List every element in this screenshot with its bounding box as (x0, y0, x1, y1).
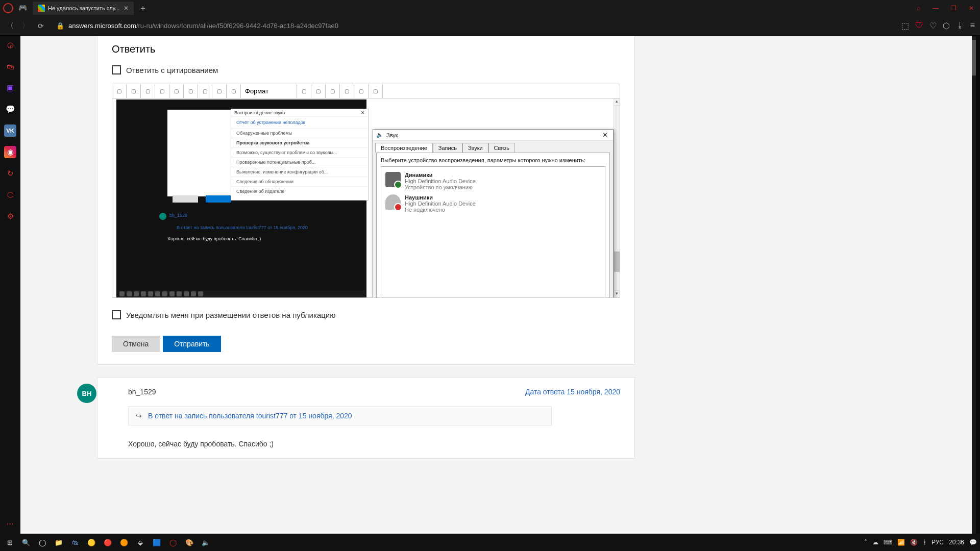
tb-btn-2[interactable]: ▢ (127, 84, 141, 98)
menu-icon[interactable]: ≡ (970, 21, 975, 31)
tb-btn-5[interactable]: ▢ (169, 84, 184, 98)
device-list[interactable]: Динамики High Definition Audio Device Ус… (381, 166, 605, 297)
tb-btn-13[interactable]: ▢ (340, 84, 354, 98)
opera-icon[interactable] (3, 3, 13, 13)
start-button[interactable]: ⊞ (3, 536, 16, 549)
tab-sounds[interactable]: Звуки (462, 143, 488, 153)
shot-item: Сведения об издателе (231, 186, 368, 196)
notify-checkbox-row[interactable]: Уведомлять меня при размещении ответов н… (112, 310, 620, 319)
dialog-hint: Выберите устройство воспроизведения, пар… (381, 157, 605, 163)
tb-btn-14[interactable]: ▢ (354, 84, 369, 98)
app-icon-1[interactable]: 🟠 (117, 536, 131, 549)
sidebar-history-icon[interactable]: ↻ (4, 167, 16, 180)
back-button[interactable]: 〈 (5, 21, 15, 31)
download-icon[interactable]: ⭳ (956, 21, 964, 31)
heart-icon[interactable]: ♡ (929, 21, 937, 31)
tb-btn-9[interactable]: ▢ (227, 84, 241, 98)
tb-btn-12[interactable]: ▢ (326, 84, 340, 98)
avatar[interactable]: BH (77, 384, 96, 403)
tray-volume-icon[interactable]: 🔇 (910, 539, 918, 546)
tb-btn-15[interactable]: ▢ (369, 84, 383, 98)
post-username[interactable]: bh_1529 (128, 388, 156, 396)
tray-keyboard-icon[interactable]: ⌨ (884, 539, 892, 546)
quote-checkbox[interactable] (112, 65, 121, 74)
sidebar-settings-icon[interactable]: ⚙ (4, 210, 16, 222)
gx-icon[interactable]: 🎮 (18, 4, 28, 13)
tray-network-icon[interactable]: 📶 (897, 539, 905, 546)
device-headphones[interactable]: Наушники High Definition Audio Device Не… (381, 192, 605, 215)
page-scrollbar[interactable] (972, 36, 976, 534)
tb-btn-3[interactable]: ▢ (141, 84, 155, 98)
tray-bluetooth-icon[interactable]: ᚼ (923, 539, 926, 546)
forward-button[interactable]: 〉 (20, 21, 31, 31)
editor-scroll-down-icon[interactable]: ▾ (614, 290, 620, 297)
post-in-reply-link[interactable]: ↪ В ответ на запись пользователя tourist… (128, 406, 552, 425)
dialog-titlebar[interactable]: 🔈 Звук ✕ (373, 130, 613, 141)
tb-btn-8[interactable]: ▢ (212, 84, 227, 98)
editor-scroll-thumb[interactable] (614, 252, 620, 272)
reply-cancel-button[interactable]: Отмена (112, 336, 160, 352)
notify-checkbox[interactable] (112, 310, 121, 319)
tb-format-dropdown[interactable]: Формат (241, 84, 297, 98)
tb-btn-1[interactable]: ▢ (112, 84, 127, 98)
tray-chevron-icon[interactable]: ˄ (864, 539, 867, 546)
tab-recording[interactable]: Запись (433, 143, 462, 153)
tray-clock[interactable]: 20:36 (949, 539, 964, 545)
tb-btn-6[interactable]: ▢ (184, 84, 198, 98)
tab-playback[interactable]: Воспроизведение (375, 143, 433, 153)
reply-submit-button[interactable]: Отправить (163, 336, 220, 352)
sidebar-extensions-icon[interactable]: ⬡ (4, 189, 16, 201)
window-close-icon[interactable]: ✕ (966, 4, 977, 13)
reload-button[interactable]: ⟳ (36, 22, 46, 30)
quote-checkbox-row[interactable]: Ответить с цитированием (112, 65, 620, 74)
sidebar-instagram-icon[interactable]: ◉ (4, 146, 16, 158)
sidebar-shopping-icon[interactable]: 🛍 (4, 60, 16, 72)
tb-btn-10[interactable]: ▢ (297, 84, 311, 98)
tray-onedrive-icon[interactable]: ☁ (872, 539, 878, 546)
cube-icon[interactable]: ⬡ (943, 21, 950, 31)
explorer-icon[interactable]: 📁 (52, 536, 65, 549)
opera-taskbar-icon[interactable]: ◯ (166, 536, 180, 549)
window-minimize-icon[interactable]: — (929, 4, 942, 13)
editor-scrollbar[interactable]: ▴ ▾ (614, 98, 620, 297)
shot-taskbar (117, 290, 365, 297)
shot-item: Возможно, существуют проблемы со звуковы… (231, 147, 368, 157)
tb-btn-11[interactable]: ▢ (311, 84, 326, 98)
device-speakers[interactable]: Динамики High Definition Audio Device Ус… (381, 170, 605, 192)
steam-icon[interactable]: ⬙ (134, 536, 147, 549)
sidebar-clock-icon[interactable]: ◶ (4, 39, 16, 51)
app-icon-2[interactable]: 🟦 (150, 536, 163, 549)
browser-tab-strip: 🎮 Не удалось запустить слу... ✕ ＋ ⌕ — ❐ … (0, 0, 980, 16)
volume-window-icon[interactable]: 🔈 (199, 536, 212, 549)
search-icon[interactable]: ⌕ (914, 4, 923, 13)
sidebar-vk-icon[interactable]: VK (4, 124, 16, 137)
tab-communications[interactable]: Связь (488, 143, 515, 153)
chrome-icon[interactable]: 🟡 (85, 536, 98, 549)
taskbar-search-icon[interactable]: 🔍 (19, 536, 33, 549)
app-icon-3[interactable]: 🎨 (183, 536, 196, 549)
tb-btn-4[interactable]: ▢ (155, 84, 169, 98)
dialog-close-button[interactable]: ✕ (600, 131, 610, 139)
store-icon[interactable]: 🛍 (68, 536, 82, 549)
snapshot-icon[interactable]: ⬚ (901, 21, 909, 31)
editor-body[interactable]: ▴ ▾ bh_1529 В ответ на запись пользовате… (112, 98, 620, 297)
tab-close-icon[interactable]: ✕ (124, 5, 129, 12)
tray-language[interactable]: РУС (932, 539, 944, 546)
dialog-title: Звук (386, 132, 398, 138)
sidebar-twitch-icon[interactable]: ▣ (4, 82, 16, 94)
scroll-thumb[interactable] (972, 40, 976, 76)
editor-scroll-up-icon[interactable]: ▴ (614, 98, 620, 106)
sidebar-more-icon[interactable]: ⋯ (4, 517, 16, 530)
tb-btn-7[interactable]: ▢ (198, 84, 212, 98)
adblock-icon[interactable]: 🛡 (915, 21, 923, 31)
cortana-icon[interactable]: ◯ (36, 536, 49, 549)
notify-checkbox-label: Уведомлять меня при размещении ответов н… (126, 311, 335, 319)
url-field[interactable]: 🔒 answers.microsoft.com/ru-ru/windows/fo… (51, 19, 896, 33)
yandex-icon[interactable]: 🔴 (101, 536, 114, 549)
tray-notifications-icon[interactable]: 💬 (969, 539, 977, 546)
window-restore-icon[interactable]: ❐ (948, 4, 960, 13)
active-tab[interactable]: Не удалось запустить слу... ✕ (33, 2, 134, 15)
post-date[interactable]: Дата ответа 15 ноября, 2020 (525, 388, 620, 396)
new-tab-button[interactable]: ＋ (139, 3, 147, 14)
sidebar-chat-icon[interactable]: 💬 (4, 103, 16, 115)
